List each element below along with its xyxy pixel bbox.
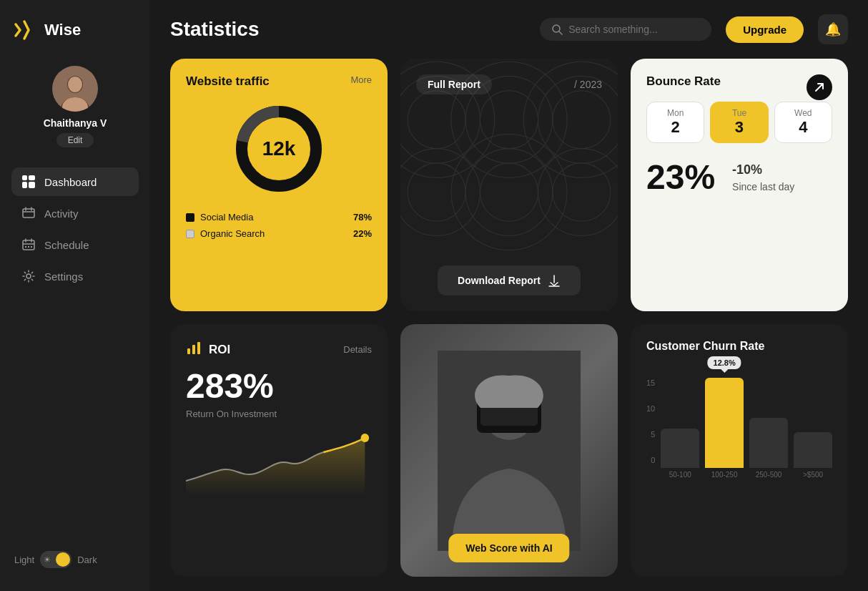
person-svg (438, 351, 581, 551)
roi-title-wrap: ROI (186, 340, 230, 359)
svg-point-40 (538, 149, 618, 236)
day-tue[interactable]: Tue 3 (710, 102, 768, 143)
day-wed-num: 4 (799, 118, 807, 136)
schedule-icon (21, 238, 36, 252)
svg-line-22 (559, 31, 562, 34)
x-label-100-250: 100-250 (705, 471, 744, 479)
svg-point-38 (451, 135, 567, 250)
upgrade-button[interactable]: Upgrade (726, 16, 804, 43)
roi-chart-area (186, 431, 372, 488)
bounce-title: Bounce Rate (646, 74, 721, 88)
svg-point-45 (361, 434, 370, 442)
activity-icon (21, 206, 36, 220)
sidebar-item-activity-label: Activity (44, 207, 79, 220)
bar-250-500-fill (749, 418, 788, 468)
search-input[interactable] (568, 24, 697, 35)
logo-icon (11, 17, 37, 43)
username: Chaithanya V (44, 117, 107, 129)
edit-button[interactable]: Edit (56, 133, 94, 147)
roi-title: ROI (209, 343, 230, 357)
avatar (52, 66, 98, 112)
day-mon-num: 2 (671, 118, 680, 136)
svg-point-25 (408, 91, 465, 149)
bounce-delta: -10% Since last day (732, 160, 794, 195)
svg-rect-18 (28, 246, 29, 248)
sidebar-item-settings[interactable]: Settings (11, 262, 139, 290)
sidebar-item-dashboard-label: Dashboard (44, 176, 97, 188)
delta-label: Since last day (732, 180, 794, 195)
header: Statistics Upgrade 🔔 (150, 0, 868, 59)
download-report-button[interactable]: Download Report (438, 265, 581, 296)
roi-chart-icon (186, 340, 202, 359)
svg-rect-7 (22, 182, 27, 188)
dashboard-grid: Website traffic More 12k Social Media 78… (150, 59, 868, 591)
bar-100-250: 12.8% (705, 378, 744, 468)
roi-value: 283% (186, 366, 372, 406)
bounce-stats: 23% -10% Since last day (646, 160, 832, 195)
day-mon-name: Mon (650, 108, 701, 118)
bounce-pct: 23% (646, 160, 715, 195)
traffic-value: 12k (262, 137, 296, 160)
day-wed[interactable]: Wed 4 (774, 102, 832, 143)
x-label-50-100: 50-100 (661, 471, 699, 479)
svg-rect-44 (197, 342, 200, 354)
day-tue-num: 3 (735, 118, 744, 136)
sun-icon: ☀ (44, 555, 51, 565)
day-mon[interactable]: Mon 2 (646, 102, 704, 143)
svg-point-35 (400, 149, 480, 236)
legend-social: Social Media 78% (186, 212, 372, 223)
churn-chart: 15 10 5 0 12.8% (646, 364, 832, 479)
roi-subtitle: Return On Investment (186, 409, 372, 419)
bar-500plus-fill (794, 432, 832, 468)
sidebar: Wise Chaithanya V Edit (0, 0, 150, 591)
theme-toggle: Light ☀ Dark (11, 545, 139, 574)
profile-area: Chaithanya V Edit (11, 66, 139, 147)
churn-y-axis: 15 10 5 0 (646, 378, 655, 479)
search-icon (551, 24, 563, 35)
theme-dark-label: Dark (77, 555, 97, 565)
sidebar-item-schedule[interactable]: Schedule (11, 230, 139, 259)
report-badge: Full Report (416, 74, 492, 94)
x-label-500plus: >$500 (794, 471, 832, 479)
svg-point-31 (553, 91, 611, 149)
churn-bars: 12.8% (661, 378, 832, 471)
donut-chart: 12k (229, 99, 329, 199)
sidebar-item-settings-label: Settings (44, 270, 83, 283)
roi-header: ROI Details (186, 340, 372, 359)
bar-50-100-fill (661, 429, 699, 468)
roi-details-link[interactable]: Details (343, 344, 372, 355)
main-content: Statistics Upgrade 🔔 Website traffic Mor… (150, 0, 868, 591)
sidebar-item-dashboard[interactable]: Dashboard (11, 167, 139, 196)
svg-point-36 (480, 163, 538, 221)
churn-bars-wrap: 12.8% 50-100 100-250 250-500 (661, 378, 832, 479)
bounce-arrow-button[interactable] (807, 74, 832, 100)
toggle-thumb (56, 552, 70, 567)
bounce-card: Bounce Rate Mon 2 Tue 3 Wed 4 (631, 59, 848, 311)
web-score-button[interactable]: Web Score with AI (448, 534, 569, 562)
report-card: Full Report / 2023 Download Report (400, 59, 618, 311)
traffic-more[interactable]: More (350, 74, 372, 85)
sidebar-item-activity[interactable]: Activity (11, 199, 139, 228)
y-label-15: 15 (646, 378, 655, 387)
y-label-0: 0 (646, 456, 655, 464)
social-pct: 78% (353, 212, 372, 223)
svg-rect-5 (22, 175, 27, 180)
svg-rect-42 (187, 348, 190, 354)
svg-rect-6 (29, 175, 35, 180)
churn-tooltip: 12.8% (708, 356, 741, 369)
y-label-10: 10 (646, 404, 655, 413)
notification-button[interactable]: 🔔 (818, 14, 848, 44)
roi-card: ROI Details 283% Return On Investment (170, 324, 388, 577)
churn-x-labels: 50-100 100-250 250-500 >$500 (661, 471, 832, 479)
donut-container: 12k (186, 99, 372, 199)
x-label-250-500: 250-500 (749, 471, 788, 479)
day-selector: Mon 2 Tue 3 Wed 4 (646, 102, 832, 143)
traffic-title: Website traffic (186, 74, 270, 88)
y-label-5: 5 (646, 430, 655, 439)
report-year: / 2023 (574, 79, 602, 90)
report-header: Full Report / 2023 (416, 74, 602, 94)
settings-icon (21, 269, 36, 283)
arrow-icon (814, 82, 825, 93)
theme-toggle-track[interactable]: ☀ (40, 551, 71, 568)
organic-pct: 22% (353, 228, 372, 239)
